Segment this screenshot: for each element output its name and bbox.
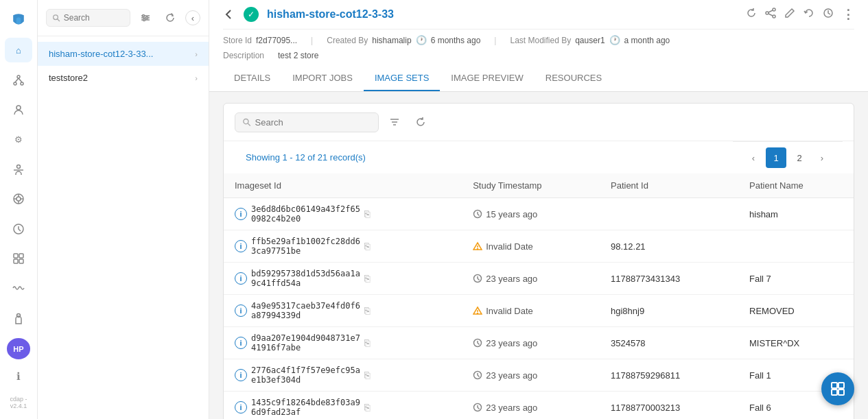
time-cell-content: 23 years ago	[473, 403, 589, 413]
table-refresh-icon[interactable]	[410, 112, 431, 132]
time-cell-content: 23 years ago	[473, 338, 589, 348]
copy-icon[interactable]: ⎘	[364, 241, 370, 252]
id-cell-content: i d9aa207e1904d9048731e741916f7abe ⎘	[235, 333, 451, 352]
tab-image-sets[interactable]: IMAGE SETS	[364, 66, 440, 91]
svg-point-24	[143, 15, 145, 17]
nodes-icon[interactable]	[5, 68, 32, 92]
users-icon[interactable]	[5, 97, 32, 121]
created-by-label: Created By	[327, 36, 368, 45]
row-info-icon[interactable]: i	[235, 369, 247, 381]
edit-action-icon[interactable]	[784, 8, 795, 21]
created-by-meta: Created By hishamalip 🕐 6 months ago	[327, 35, 480, 45]
study-timestamp-cell: 23 years ago	[462, 263, 600, 295]
row-info-icon[interactable]: i	[235, 337, 247, 349]
col-patient-name: Patient Name	[738, 173, 854, 198]
study-timestamp-cell: 23 years ago	[462, 327, 600, 359]
sidebar-collapse-icon[interactable]: ‹	[185, 10, 200, 25]
sidebar-item-teststore2[interactable]: teststore2 ›	[38, 66, 209, 90]
svg-point-29	[773, 15, 775, 18]
col-patient-id: Patient Id	[600, 173, 738, 198]
study-timestamp-cell: 23 years ago	[462, 359, 600, 392]
share-action-icon[interactable]	[765, 8, 776, 21]
svg-point-0	[17, 75, 20, 78]
user-avatar[interactable]: HP	[7, 338, 30, 359]
person-icon[interactable]	[5, 157, 32, 181]
row-info-icon[interactable]: i	[235, 240, 247, 252]
tab-import-jobs[interactable]: IMPORT JOBS	[281, 66, 364, 91]
patient-name-cell: Fall 7	[738, 263, 854, 295]
row-info-icon[interactable]: i	[235, 272, 247, 285]
content-area: Showing 1 - 12 of 21 record(s) ‹ 1 2 › I…	[209, 92, 868, 419]
copy-icon[interactable]: ⎘	[364, 305, 370, 316]
sidebar-refresh-icon[interactable]	[161, 8, 180, 27]
undo-action-icon[interactable]	[804, 8, 814, 21]
created-by-value: hishamalip	[372, 36, 411, 45]
clock-cell-icon	[473, 403, 482, 412]
sidebar-item-hisham-store[interactable]: hisham-store-cot12-3-33... ›	[38, 42, 209, 66]
schedule-action-icon[interactable]	[823, 8, 834, 21]
invalid-date-cell: Invalid Date	[473, 306, 589, 316]
copy-icon[interactable]: ⎘	[364, 337, 370, 348]
imageset-id-cell: i 3e6d8d6bc06149a43f2f650982c4b2e0 ⎘	[224, 198, 462, 230]
support-icon[interactable]	[5, 306, 32, 330]
store-id-meta: Store Id f2d77095...	[223, 36, 297, 45]
store-id-value: f2d77095...	[256, 36, 297, 45]
page-1-button[interactable]: 1	[766, 147, 786, 168]
row-info-icon[interactable]: i	[235, 401, 247, 414]
svg-point-25	[146, 17, 148, 19]
svg-point-6	[17, 165, 21, 168]
patient-id-cell: 11788759296811	[600, 359, 738, 392]
settings-icon[interactable]: ⚙	[5, 128, 32, 152]
svg-point-33	[244, 119, 248, 123]
svg-line-30	[769, 10, 773, 12]
sidebar-search-input[interactable]	[64, 13, 124, 23]
svg-point-19	[54, 15, 58, 20]
status-active-icon: ✓	[244, 7, 259, 22]
tab-bar: DETAILS IMPORT JOBS IMAGE SETS IMAGE PRE…	[223, 66, 854, 91]
table-row: i d9aa207e1904d9048731e741916f7abe ⎘ 23 …	[224, 327, 854, 359]
page-2-button[interactable]: 2	[789, 147, 810, 168]
sidebar-search-box[interactable]	[46, 9, 130, 27]
created-by-time: 6 months ago	[431, 36, 481, 45]
store-sidebar: ‹ hisham-store-cot12-3-33... › teststore…	[38, 0, 209, 419]
tab-details[interactable]: DETAILS	[223, 66, 281, 91]
prev-page-button[interactable]: ‹	[744, 148, 763, 167]
copy-icon[interactable]: ⎘	[364, 208, 370, 219]
copy-icon[interactable]: ⎘	[364, 370, 370, 381]
id-text: 1435c9f18264bde83f03a96d9fad23af	[251, 398, 360, 417]
grid-icon[interactable]	[5, 246, 32, 270]
row-info-icon[interactable]: i	[235, 304, 247, 317]
refresh-action-icon[interactable]	[746, 8, 757, 21]
svg-line-20	[58, 19, 60, 21]
left-nav-rail: ⌂ ⚙	[0, 0, 38, 419]
sidebar-filter-icon[interactable]	[136, 8, 155, 27]
back-button[interactable]	[223, 8, 235, 21]
copy-icon[interactable]: ⎘	[364, 402, 370, 413]
store-sidebar-header: ‹	[38, 0, 209, 36]
wave-icon[interactable]	[5, 276, 32, 300]
table-filter-icon[interactable]	[384, 112, 405, 132]
table-search-box[interactable]	[235, 112, 379, 132]
more-action-icon[interactable]: ⋮	[842, 7, 854, 22]
description-label: Description	[223, 51, 264, 60]
table-search-input[interactable]	[255, 117, 371, 128]
warning-cell-icon	[473, 306, 482, 315]
patient-id-cell: 98.12.21	[600, 230, 738, 263]
row-info-icon[interactable]: i	[235, 208, 247, 220]
sidebar-item-label: hisham-store-cot12-3-33...	[49, 49, 153, 59]
info-icon[interactable]: ℹ	[5, 365, 32, 389]
id-cell-content: i bd59295738d1d53d56aa1a9c41ffd54a ⎘	[235, 269, 451, 288]
home-icon[interactable]: ⌂	[5, 38, 32, 62]
clock-icon[interactable]	[5, 217, 32, 241]
id-cell-content: i 4a9e95317caeb37e4fd0f6a87994339d ⎘	[235, 301, 451, 320]
network-icon[interactable]	[5, 187, 32, 211]
timestamp-value: 23 years ago	[486, 403, 537, 413]
col-study-timestamp: Study Timestamp	[462, 173, 600, 198]
next-page-button[interactable]: ›	[812, 148, 832, 167]
tab-resources[interactable]: RESOURCES	[535, 66, 613, 91]
copy-icon[interactable]: ⎘	[364, 273, 370, 284]
fab-button[interactable]	[821, 372, 854, 405]
patient-id-cell: hgi8hnj9	[600, 295, 738, 327]
svg-rect-15	[19, 254, 23, 258]
tab-image-preview[interactable]: IMAGE PREVIEW	[440, 66, 534, 91]
